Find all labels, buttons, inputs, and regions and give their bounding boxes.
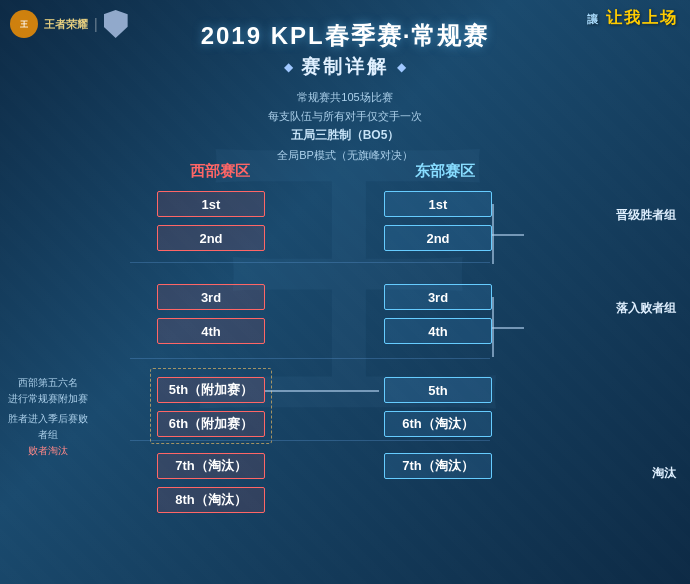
main-title-text: 2019 KPL春季赛·常规赛	[201, 20, 490, 52]
desc-line-3: 五局三胜制（BO5）	[268, 125, 422, 145]
left-note-line1: 西部第五六名	[8, 375, 88, 391]
main-container: 王 王者荣耀 | 讓 让我上场 2019 KPL春季赛·常规赛 ◆ 赛制详解 ◆…	[0, 0, 690, 584]
right-label-eliminated: 淘汰	[652, 465, 676, 482]
group-separator-3	[130, 440, 490, 441]
west-section-header: 西部赛区	[165, 162, 275, 181]
left-note-line4: 败者淘汰	[8, 443, 88, 459]
east-rank-2: 2nd	[384, 225, 492, 251]
left-note-line3: 胜者进入季后赛败者组	[8, 411, 88, 443]
logo-separator: |	[94, 16, 98, 32]
description-area: 常规赛共105场比赛 每支队伍与所有对手仅交手一次 五局三胜制（BO5） 全局B…	[268, 88, 422, 164]
east-rank-1: 1st	[384, 191, 492, 217]
west-rank-8: 8th（淘汰）	[157, 487, 265, 513]
west-rank-2: 2nd	[157, 225, 265, 251]
bracket-line-east-34-horiz	[492, 327, 524, 329]
east-rank-3: 3rd	[384, 284, 492, 310]
east-rank-4: 4th	[384, 318, 492, 344]
west-rank-7: 7th（淘汰）	[157, 453, 265, 479]
game-logo-text: 王者荣耀	[44, 17, 88, 32]
east-rank-6: 6th（淘汰）	[384, 411, 492, 437]
east-rank-5: 5th	[384, 377, 492, 403]
top-slogan: 讓 让我上场	[587, 8, 678, 29]
connector-line-5	[265, 390, 379, 392]
group-separator-2	[130, 358, 490, 359]
desc-line-1: 常规赛共105场比赛	[268, 88, 422, 107]
west-rank-1: 1st	[157, 191, 265, 217]
bracket-line-east-12-horiz	[492, 234, 524, 236]
addon-match-dashed-box	[150, 368, 272, 444]
left-note-line2: 进行常规赛附加赛	[8, 391, 88, 407]
west-rank-4: 4th	[157, 318, 265, 344]
kpl-shield-icon	[104, 10, 128, 38]
right-label-winners: 晋级胜者组	[616, 207, 676, 224]
main-title-area: 2019 KPL春季赛·常规赛 ◆ 赛制详解 ◆	[201, 20, 490, 80]
east-section-header: 东部赛区	[390, 162, 500, 181]
sub-title-text: 赛制详解	[301, 54, 389, 80]
west-rank-3: 3rd	[157, 284, 265, 310]
group-separator-1	[130, 262, 490, 263]
desc-line-2: 每支队伍与所有对手仅交手一次	[268, 107, 422, 126]
header-logos: 王 王者荣耀 |	[10, 10, 128, 38]
left-note-area: 西部第五六名 进行常规赛附加赛 胜者进入季后赛败者组 败者淘汰	[8, 375, 88, 459]
diamond-left-icon: ◆	[284, 60, 293, 74]
sub-title-row: ◆ 赛制详解 ◆	[201, 54, 490, 80]
right-label-losers: 落入败者组	[616, 300, 676, 317]
diamond-right-icon: ◆	[397, 60, 406, 74]
east-rank-7: 7th（淘汰）	[384, 453, 492, 479]
game-logo-icon: 王	[10, 10, 38, 38]
